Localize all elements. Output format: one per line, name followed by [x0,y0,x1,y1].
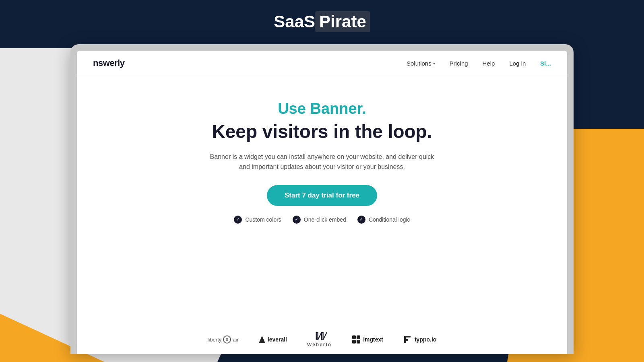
nav-help[interactable]: Help [483,60,495,67]
nav-help-label: Help [483,60,495,67]
weberlo-label: Weberlo [307,342,332,348]
nav-solutions[interactable]: Solutions ▾ [407,60,435,67]
svg-rect-4 [357,340,360,343]
brand-title-part1: SaaS [274,12,315,31]
svg-marker-0 [259,336,265,343]
svg-rect-7 [404,339,408,341]
typpo-label: typpo.io [415,336,436,343]
partner-liberty-air: liberty ⊖ air [208,335,239,343]
nav-login-label: Log in [509,60,526,67]
imgtext-label: imgtext [363,336,383,343]
weberlo-w-icon: 𝕎 [314,331,325,342]
nav-solutions-label: Solutions [407,60,431,67]
hero-subtitle: Use Banner. [278,100,366,117]
liberty-air-icon: liberty ⊖ air [208,335,239,343]
feature-label-3: Conditional logic [369,216,410,223]
nav-links: Solutions ▾ Pricing Help Log in Si... [407,60,551,67]
brand-title: SaaS Pirate [274,11,370,32]
imgtext-icon [352,335,361,344]
circle-minus-icon: ⊖ [223,335,231,343]
partner-weberlo: 𝕎 Weberlo [307,331,332,348]
partner-typpo: typpo.io [403,335,436,344]
svg-rect-6 [404,336,411,337]
check-icon-3: ✓ [357,216,365,224]
svg-rect-2 [357,335,360,339]
nav-pricing-label: Pricing [450,60,468,67]
typpo-icon [403,335,412,344]
partner-imgtext: imgtext [352,335,383,344]
hero-title: Keep visitors in the loop. [212,121,432,142]
nav-pricing[interactable]: Pricing [450,60,468,67]
cta-button[interactable]: Start 7 day trial for free [267,185,377,206]
laptop-screen: nswerly Solutions ▾ Pricing Help Log in [77,51,567,354]
svg-rect-1 [352,335,356,339]
triangle-icon [259,336,265,343]
navbar: nswerly Solutions ▾ Pricing Help Log in [77,51,567,76]
nav-logo: nswerly [93,58,124,68]
feature-conditional: ✓ Conditional logic [357,216,410,224]
chevron-down-icon: ▾ [433,61,435,66]
partner-leverall: leverall [259,336,287,343]
hero-description: Banner is a widget you can install anywh… [205,152,439,172]
laptop-wrapper: nswerly Solutions ▾ Pricing Help Log in [70,44,574,354]
check-icon-1: ✓ [234,216,242,224]
partners-section: liberty ⊖ air leverall 𝕎 Weberlo [77,325,567,354]
laptop-frame: nswerly Solutions ▾ Pricing Help Log in [70,44,574,354]
brand-title-part2: Pirate [315,11,370,32]
feature-custom-colors: ✓ Custom colors [234,216,281,224]
hero-section: Use Banner. Keep visitors in the loop. B… [77,76,567,325]
leverall-label: leverall [268,336,287,343]
features-list: ✓ Custom colors ✓ One-click embed ✓ Cond… [234,216,410,224]
check-icon-2: ✓ [293,216,301,224]
svg-rect-3 [352,340,356,343]
feature-label-1: Custom colors [245,216,281,223]
feature-one-click: ✓ One-click embed [293,216,346,224]
nav-login[interactable]: Log in [509,60,526,67]
feature-label-2: One-click embed [304,216,346,223]
nav-signup[interactable]: Si... [540,60,551,67]
